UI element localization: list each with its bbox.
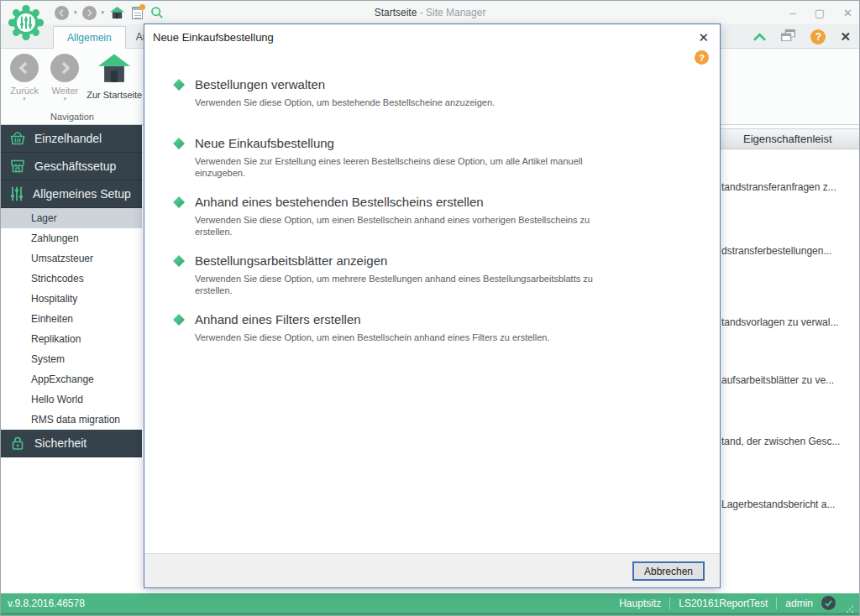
window-title-primary: Startseite [375, 7, 417, 18]
sidebar-subitem-umsatzsteuer[interactable]: Umsatzsteuer [1, 248, 142, 269]
titlebar: ▾ ▾ Startseite - Site Manager – ▢ ✕ [1, 1, 859, 24]
report-icon[interactable] [129, 5, 144, 20]
version-label: v.9.8.2016.46578 [8, 598, 85, 609]
window-close-icon[interactable]: ✕ [843, 8, 852, 18]
sidebar-subitem-replikation[interactable]: Replikation [1, 329, 142, 349]
option-anhand-filter-erstellen[interactable]: Anhand eines Filters erstellen Verwenden… [173, 311, 686, 370]
option-title[interactable]: Neue Einkaufsbestellung [195, 135, 596, 151]
forward-dropdown-icon[interactable]: ▾ [102, 9, 105, 16]
window-controls: – ▢ ✕ [790, 1, 852, 24]
sidebar-subitems: Lager Zahlungen Umsatzsteuer Strichcodes… [1, 208, 142, 430]
home-button[interactable]: Zur Startseite [86, 54, 144, 102]
option-bestellungen-verwalten[interactable]: Bestellungen verwalten Verwenden Sie die… [173, 76, 686, 135]
dialog-titlebar: Neue Einkaufsbestellung [144, 24, 720, 50]
back-arrow-icon [10, 54, 39, 82]
basket-icon [9, 130, 26, 147]
option-title[interactable]: Bestellungsarbeitsblätter anzeigen [195, 253, 596, 269]
home-icon[interactable] [109, 5, 124, 20]
sidebar-subitem-strichcodes[interactable]: Strichcodes [1, 269, 142, 289]
background-text-fragment: Lagerbestandsbericht a... [721, 499, 835, 510]
dialog-footer: Abbrechen [144, 553, 720, 587]
background-text-fragment: tandsvorlagen zu verwal... [721, 316, 838, 328]
option-bestellungsarbeitsblaetter-anzeigen[interactable]: Bestellungsarbeitsblätter anzeigen Verwe… [173, 253, 686, 311]
sidebar-subitem-rms-data-migration[interactable]: RMS data migration [1, 410, 142, 430]
status-separator [776, 598, 777, 609]
connection-status-icon [821, 596, 836, 610]
forward-button-caret-icon[interactable]: ▾ [45, 96, 85, 102]
background-text-fragment: tand, der zwischen Gesc... [721, 436, 840, 447]
lock-icon [9, 435, 26, 452]
forward-button-label: Weiter [45, 86, 85, 96]
sidebar-item-einzelhandel[interactable]: Einzelhandel [1, 125, 142, 153]
forward-arrow-icon [50, 54, 79, 82]
navigation-group-label: Navigation [1, 112, 144, 122]
option-description: Verwenden Sie zur Erstellung eines leere… [195, 155, 596, 179]
option-title[interactable]: Anhand eines Filters erstellen [195, 311, 596, 327]
window-title-secondary: - Site Manager [420, 7, 486, 18]
back-icon[interactable] [55, 6, 69, 20]
sidebar-item-label: Einzelhandel [34, 132, 102, 145]
sidebar-subitem-system[interactable]: System [1, 349, 142, 369]
help-icon[interactable]: ? [810, 29, 826, 44]
sidebar-subitem-lager[interactable]: Lager [1, 208, 142, 228]
option-title[interactable]: Bestellungen verwalten [195, 76, 596, 92]
sidebar-subitem-zahlungen[interactable]: Zahlungen [1, 228, 142, 248]
option-neue-einkaufsbestellung[interactable]: Neue Einkaufsbestellung Verwenden Sie zu… [173, 135, 686, 194]
status-separator [669, 598, 670, 609]
neue-einkaufsbestellung-dialog: Neue Einkaufsbestellung ✕ ? Bestellungen… [144, 23, 721, 588]
home-button-label: Zur Startseite [86, 90, 144, 100]
user-label: admin [785, 598, 813, 609]
home-large-icon [98, 54, 130, 84]
back-button-label: Zurück [4, 86, 45, 96]
database-label: LS20161ReportTest [679, 598, 768, 609]
cancel-button[interactable]: Abbrechen [632, 561, 705, 581]
background-text-fragment: tandstransferanfragen z... [721, 181, 836, 193]
statusbar-right: Hauptsitz LS20161ReportTest admin [619, 593, 854, 613]
diamond-icon [173, 135, 195, 194]
resize-grip[interactable] [846, 604, 854, 613]
option-title[interactable]: Anhand eines bestehenden Bestellscheins … [195, 194, 596, 210]
dialog-close-icon[interactable]: ✕ [698, 30, 709, 45]
diamond-icon [173, 311, 195, 370]
site-manager-window: ▾ ▾ Startseite - Site Manager – ▢ ✕ [0, 0, 860, 616]
maximize-icon[interactable]: ▢ [815, 8, 825, 18]
sidebar-item-sicherheit[interactable]: Sicherheit [1, 430, 142, 457]
diamond-icon [173, 76, 195, 135]
dialog-title: Neue Einkaufsbestellung [153, 31, 274, 44]
option-description: Verwenden Sie diese Option, um einen Bes… [195, 214, 596, 238]
dialog-help-icon[interactable]: ? [695, 50, 709, 65]
sidebar-item-geschaeftssetup[interactable]: Geschäftssetup [1, 153, 142, 180]
search-icon[interactable] [149, 5, 165, 20]
sidebar-item-label: Allgemeines Setup [33, 187, 131, 201]
sidebar-subitem-hello-world[interactable]: Hello World [1, 389, 142, 410]
sidebar-item-allgemeines-setup[interactable]: Allgemeines Setup [1, 180, 142, 208]
background-text-fragment: dstransferbestellungen... [721, 245, 831, 257]
forward-icon[interactable] [82, 6, 97, 20]
sidebar: Einzelhandel Geschäftssetup Allgemeines … [1, 125, 142, 593]
site-label: Hauptsitz [619, 598, 661, 609]
storefront-icon [9, 158, 26, 175]
diamond-icon [173, 253, 195, 311]
collapse-ribbon-icon[interactable] [753, 29, 766, 44]
app-logo-icon[interactable] [7, 3, 45, 45]
back-button[interactable]: Zurück ▾ [4, 54, 45, 102]
back-button-caret-icon[interactable]: ▾ [4, 96, 45, 102]
sidebar-subitem-appexchange[interactable]: AppExchange [1, 369, 142, 389]
minimize-icon[interactable]: – [790, 8, 796, 18]
sidebar-subitem-hospitality[interactable]: Hospitality [1, 289, 142, 309]
tab-allgemein[interactable]: Allgemein [53, 26, 126, 49]
option-anhand-bestellschein-erstellen[interactable]: Anhand eines bestehenden Bestellscheins … [173, 194, 686, 253]
statusbar: v.9.8.2016.46578 Hauptsitz LS20161Report… [1, 593, 859, 615]
ribbon-right-icons: ? ✕ [753, 29, 851, 45]
cascade-windows-icon[interactable] [780, 29, 796, 45]
sidebar-item-label: Geschäftssetup [34, 159, 116, 173]
option-description: Verwenden Sie diese Option, um bestehend… [195, 97, 596, 108]
back-dropdown-icon[interactable]: ▾ [74, 9, 77, 16]
sidebar-item-label: Sicherheit [34, 436, 87, 450]
quick-access-toolbar: ▾ ▾ [55, 5, 165, 20]
sidebar-subitem-einheiten[interactable]: Einheiten [1, 309, 142, 329]
option-description: Verwenden Sie diese Option, um mehrere B… [195, 273, 596, 296]
close-workspace-icon[interactable]: ✕ [840, 29, 851, 44]
diamond-icon [173, 194, 195, 253]
forward-button[interactable]: Weiter ▾ [45, 54, 85, 102]
